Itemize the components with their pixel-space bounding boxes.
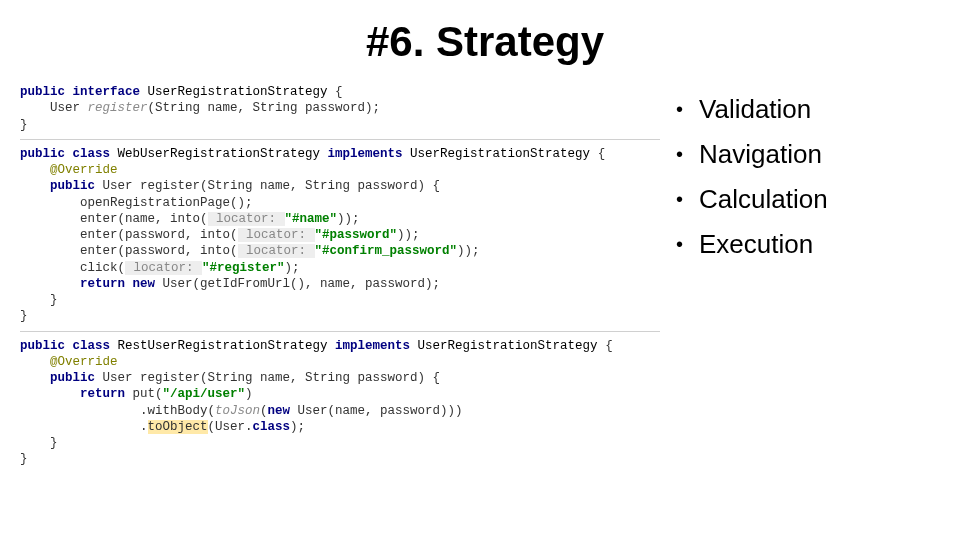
indent [20,355,50,369]
code-block-web: public class WebUserRegistrationStrategy… [20,146,660,325]
slide-title: #6. Strategy [0,18,970,66]
call: ( [260,404,268,418]
params: (String name, String password); [148,101,381,115]
param-hint: locator: [208,212,285,226]
brace: } [20,118,28,132]
bullet-text: Navigation [699,139,822,170]
brace: { [598,147,606,161]
type-name: UserRegistrationStrategy [148,85,336,99]
content-area: public interface UserRegistrationStrateg… [0,84,970,472]
indent [20,212,80,226]
keyword: public class [20,339,118,353]
brace: } [20,452,28,466]
code-column: public interface UserRegistrationStrateg… [0,84,660,472]
indent [20,420,140,434]
call: )); [457,244,480,258]
keyword: public [50,371,103,385]
indent [20,163,50,177]
param-hint: locator: [238,228,315,242]
call: ) [245,387,253,401]
indent [20,101,50,115]
annotation: @Override [50,163,118,177]
bullet-item: Validation [670,94,970,125]
indent [20,261,80,275]
indent [20,179,50,193]
signature: User register(String name, String passwo… [103,371,441,385]
call: put( [133,387,163,401]
call: .withBody( [140,404,215,418]
string-literal: "#password" [315,228,398,242]
keyword: implements [335,339,418,353]
call: openRegistrationPage(); [80,196,253,210]
keyword: public interface [20,85,148,99]
call: )); [337,212,360,226]
highlighted-method: toObject [148,420,208,434]
brace: } [50,293,58,307]
brace: } [50,436,58,450]
call: ); [285,261,300,275]
bullet-column: Validation Navigation Calculation Execut… [660,84,970,472]
brace: { [605,339,613,353]
signature: User register(String name, String passwo… [103,179,441,193]
method-name: register [88,101,148,115]
code-block-interface: public interface UserRegistrationStrateg… [20,84,660,133]
string-literal: "#confirm_password" [315,244,458,258]
expr: User(getIdFromUrl(), name, password); [163,277,441,291]
indent [20,293,50,307]
return-type: User [50,101,88,115]
type-name: WebUserRegistrationStrategy [118,147,328,161]
bullet-text: Validation [699,94,811,125]
type-name: UserRegistrationStrategy [418,339,606,353]
string-literal: "/api/user" [163,387,246,401]
expr: User(name, password))) [298,404,463,418]
param-hint: locator: [125,261,202,275]
indent [20,228,80,242]
keyword: return new [80,277,163,291]
keyword: public [50,179,103,193]
bullet-item: Execution [670,229,970,260]
param-hint: locator: [238,244,315,258]
indent [20,436,50,450]
code-divider [20,139,660,140]
call: enter(name, into( [80,212,208,226]
bullet-list: Validation Navigation Calculation Execut… [670,94,970,260]
keyword: class [253,420,291,434]
call: (User. [208,420,253,434]
code-block-rest: public class RestUserRegistrationStrateg… [20,338,660,468]
keyword: public class [20,147,118,161]
annotation: @Override [50,355,118,369]
type-name: RestUserRegistrationStrategy [118,339,336,353]
bullet-text: Calculation [699,184,828,215]
brace: } [20,309,28,323]
indent [20,371,50,385]
call: )); [397,228,420,242]
string-literal: "#register" [202,261,285,275]
bullet-item: Calculation [670,184,970,215]
call: enter(password, into( [80,244,238,258]
keyword: implements [328,147,411,161]
indent [20,244,80,258]
keyword: return [80,387,133,401]
brace: { [335,85,343,99]
keyword: new [268,404,298,418]
dot: . [140,420,148,434]
indent [20,196,80,210]
indent [20,404,140,418]
code-divider [20,331,660,332]
indent [20,277,80,291]
bullet-text: Execution [699,229,813,260]
string-literal: "#name" [285,212,338,226]
indent [20,387,80,401]
call: click( [80,261,125,275]
type-name: UserRegistrationStrategy [410,147,598,161]
bullet-item: Navigation [670,139,970,170]
call: enter(password, into( [80,228,238,242]
call: ); [290,420,305,434]
method-ref: toJson [215,404,260,418]
